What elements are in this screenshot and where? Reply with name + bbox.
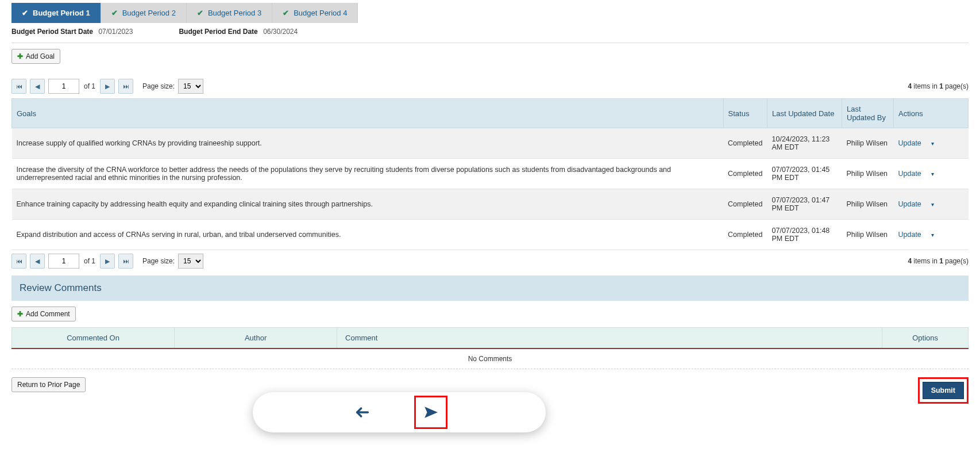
floating-toolbar bbox=[253, 392, 546, 432]
check-icon: ✔ bbox=[111, 9, 118, 17]
tab-label: Budget Period 1 bbox=[33, 9, 90, 17]
add-comment-button[interactable]: ✚ Add Comment bbox=[11, 307, 76, 321]
actions-cell: Update ▾ bbox=[894, 159, 969, 189]
update-link[interactable]: Update bbox=[898, 170, 921, 178]
col-last-updated-date: Last Updated Date bbox=[767, 99, 842, 128]
pager-summary: 4 items in 1 page(s) bbox=[908, 257, 969, 265]
by-cell: Philip Wilsen bbox=[842, 189, 894, 220]
check-icon: ✔ bbox=[283, 9, 289, 17]
back-arrow-icon[interactable] bbox=[351, 401, 374, 424]
table-row: Increase the diversity of the CRNA workf… bbox=[12, 159, 969, 189]
col-comment: Comment bbox=[337, 328, 882, 349]
goal-cell: Expand distribution and access of CRNAs … bbox=[12, 220, 724, 250]
pager-first-icon[interactable]: ⏮ bbox=[11, 254, 26, 269]
by-cell: Philip Wilsen bbox=[842, 159, 894, 189]
pager-last-icon[interactable]: ⏭ bbox=[118, 254, 133, 269]
table-row: Expand distribution and access of CRNAs … bbox=[12, 220, 969, 250]
pager-summary: 4 items in 1 page(s) bbox=[908, 82, 969, 90]
col-options: Options bbox=[882, 328, 969, 349]
check-icon: ✔ bbox=[197, 9, 203, 17]
pager-page-input[interactable] bbox=[48, 79, 79, 94]
start-date-value: 07/01/2023 bbox=[98, 28, 133, 36]
add-goal-label: Add Goal bbox=[26, 52, 55, 60]
end-date-value: 06/30/2024 bbox=[263, 28, 298, 36]
submit-button[interactable]: Submit bbox=[923, 382, 964, 399]
table-row: Increase supply of qualified working CRN… bbox=[12, 128, 969, 159]
tab-budget-period-3[interactable]: ✔ Budget Period 3 bbox=[187, 3, 272, 23]
pager-page-input[interactable] bbox=[48, 254, 79, 269]
by-cell: Philip Wilsen bbox=[842, 220, 894, 250]
pager-prev-icon[interactable]: ◀ bbox=[30, 79, 45, 94]
date-cell: 10/24/2023, 11:23 AM EDT bbox=[767, 128, 842, 159]
col-actions: Actions bbox=[894, 99, 969, 128]
goals-table: Goals Status Last Updated Date Last Upda… bbox=[11, 98, 969, 250]
date-cell: 07/07/2023, 01:48 PM EDT bbox=[767, 220, 842, 250]
submit-highlight: Submit bbox=[918, 377, 969, 404]
pager-next-icon[interactable]: ▶ bbox=[100, 79, 115, 94]
return-prior-label: Return to Prior Page bbox=[17, 381, 80, 389]
goal-cell: Increase supply of qualified working CRN… bbox=[12, 128, 724, 159]
tab-budget-period-4[interactable]: ✔ Budget Period 4 bbox=[272, 3, 358, 23]
date-cell: 07/07/2023, 01:45 PM EDT bbox=[767, 159, 842, 189]
start-date-label: Budget Period Start Date bbox=[11, 28, 93, 36]
action-caret-icon[interactable]: ▾ bbox=[931, 140, 934, 147]
date-cell: 07/07/2023, 01:47 PM EDT bbox=[767, 189, 842, 220]
add-comment-label: Add Comment bbox=[26, 310, 70, 318]
update-link[interactable]: Update bbox=[898, 200, 921, 208]
page-size-label: Page size: bbox=[142, 82, 175, 90]
col-commented-on: Commented On bbox=[12, 328, 175, 349]
col-status: Status bbox=[723, 99, 767, 128]
action-caret-icon[interactable]: ▾ bbox=[931, 232, 934, 238]
table-row: Enhance training capacity by addressing … bbox=[12, 189, 969, 220]
status-cell: Completed bbox=[723, 128, 767, 159]
col-last-updated-by: Last Updated By bbox=[842, 99, 894, 128]
check-icon: ✔ bbox=[22, 9, 28, 17]
status-cell: Completed bbox=[723, 189, 767, 220]
return-prior-page-button[interactable]: Return to Prior Page bbox=[11, 377, 86, 392]
pager-last-icon[interactable]: ⏭ bbox=[118, 79, 133, 94]
by-cell: Philip Wilsen bbox=[842, 128, 894, 159]
add-goal-button[interactable]: ✚ Add Goal bbox=[11, 49, 60, 64]
tab-label: Budget Period 2 bbox=[122, 9, 176, 17]
col-goals: Goals bbox=[12, 99, 724, 128]
col-author: Author bbox=[175, 328, 337, 349]
actions-cell: Update ▾ bbox=[894, 220, 969, 250]
action-caret-icon[interactable]: ▾ bbox=[931, 201, 934, 208]
pager-first-icon[interactable]: ⏮ bbox=[11, 79, 26, 94]
tab-budget-period-2[interactable]: ✔ Budget Period 2 bbox=[101, 3, 187, 23]
tab-label: Budget Period 3 bbox=[208, 9, 261, 17]
status-cell: Completed bbox=[723, 159, 767, 189]
end-date-label: Budget Period End Date bbox=[179, 28, 257, 36]
comments-table: Commented On Author Comment Options bbox=[11, 327, 969, 349]
budget-period-dates: Budget Period Start Date 07/01/2023 Budg… bbox=[11, 23, 969, 39]
submit-label: Submit bbox=[931, 386, 955, 394]
no-comments-label: No Comments bbox=[11, 349, 969, 369]
pager-bottom: ⏮ ◀ of 1 ▶ ⏭ Page size: 15 4 items in 1 … bbox=[11, 250, 969, 272]
pager-prev-icon[interactable]: ◀ bbox=[30, 254, 45, 269]
page-size-label: Page size: bbox=[142, 257, 175, 265]
actions-cell: Update ▾ bbox=[894, 128, 969, 159]
actions-cell: Update ▾ bbox=[894, 189, 969, 220]
plus-icon: ✚ bbox=[17, 310, 23, 318]
pager-of-label: of 1 bbox=[83, 82, 97, 90]
pager-of-label: of 1 bbox=[83, 257, 97, 265]
tab-label: Budget Period 4 bbox=[294, 9, 347, 17]
pager-next-icon[interactable]: ▶ bbox=[100, 254, 115, 269]
budget-period-tabs: ✔ Budget Period 1 ✔ Budget Period 2 ✔ Bu… bbox=[11, 3, 969, 23]
send-highlight bbox=[414, 396, 447, 429]
pager-top: ⏮ ◀ of 1 ▶ ⏭ Page size: 15 4 items in 1 … bbox=[11, 75, 969, 97]
goal-cell: Enhance training capacity by addressing … bbox=[12, 189, 724, 220]
update-link[interactable]: Update bbox=[898, 231, 921, 239]
tab-budget-period-1[interactable]: ✔ Budget Period 1 bbox=[11, 3, 101, 23]
update-link[interactable]: Update bbox=[898, 139, 921, 147]
page-size-select[interactable]: 15 bbox=[178, 254, 203, 269]
goal-cell: Increase the diversity of the CRNA workf… bbox=[12, 159, 724, 189]
send-icon[interactable] bbox=[419, 401, 442, 424]
page-size-select[interactable]: 15 bbox=[178, 79, 203, 94]
action-caret-icon[interactable]: ▾ bbox=[931, 171, 934, 177]
review-comments-header: Review Comments bbox=[11, 275, 969, 301]
plus-icon: ✚ bbox=[17, 52, 23, 60]
status-cell: Completed bbox=[723, 220, 767, 250]
